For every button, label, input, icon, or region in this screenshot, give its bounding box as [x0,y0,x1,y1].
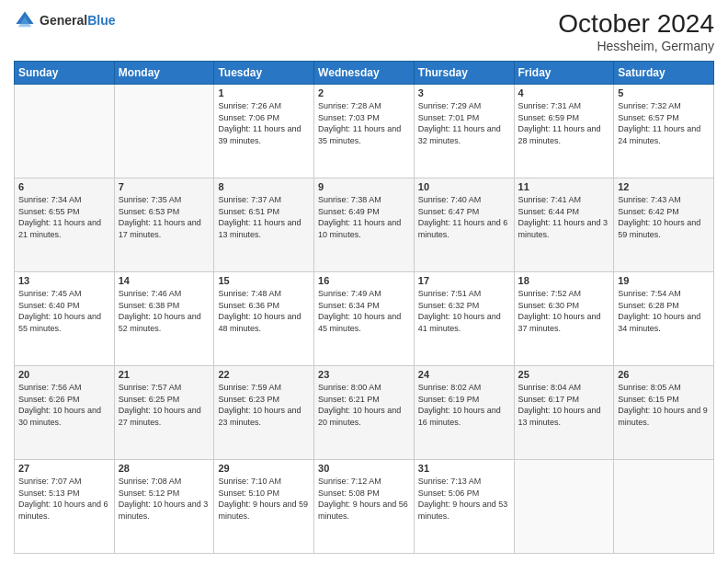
day-number: 15 [218,275,310,286]
calendar-cell-w1-d6: 4Sunrise: 7:31 AMSunset: 6:59 PMDaylight… [514,85,614,178]
day-number: 26 [618,369,710,380]
day-info: Sunrise: 7:59 AMSunset: 6:23 PMDaylight:… [218,382,310,428]
logo-general: General [40,13,87,28]
col-wednesday: Wednesday [314,62,415,85]
day-number: 25 [518,369,610,380]
calendar-cell-w4-d6: 25Sunrise: 8:04 AMSunset: 6:17 PMDayligh… [514,366,614,460]
day-number: 21 [119,369,210,380]
day-info: Sunrise: 7:41 AMSunset: 6:44 PMDaylight:… [518,194,610,240]
calendar-cell-w4-d1: 20Sunrise: 7:56 AMSunset: 6:26 PMDayligh… [15,366,115,460]
page-header: GeneralBlue October 2024 Hessheim, Germa… [14,9,714,53]
day-number: 18 [518,275,610,286]
calendar-cell-w1-d7: 5Sunrise: 7:32 AMSunset: 6:57 PMDaylight… [614,85,714,178]
day-number: 12 [618,181,710,192]
day-number: 5 [618,87,710,98]
calendar-cell-w2-d6: 11Sunrise: 7:41 AMSunset: 6:44 PMDayligh… [514,178,614,272]
day-number: 16 [318,275,410,286]
calendar-cell-w3-d1: 13Sunrise: 7:45 AMSunset: 6:40 PMDayligh… [15,272,115,366]
calendar-cell-w5-d1: 27Sunrise: 7:07 AMSunset: 5:13 PMDayligh… [15,460,115,554]
calendar-cell-w2-d5: 10Sunrise: 7:40 AMSunset: 6:47 PMDayligh… [414,178,514,272]
calendar-cell-w5-d4: 30Sunrise: 7:12 AMSunset: 5:08 PMDayligh… [314,460,415,554]
day-info: Sunrise: 7:40 AMSunset: 6:47 PMDaylight:… [418,194,510,240]
calendar-cell-w3-d4: 16Sunrise: 7:49 AMSunset: 6:34 PMDayligh… [314,272,415,366]
day-info: Sunrise: 7:31 AMSunset: 6:59 PMDaylight:… [518,100,610,146]
day-number: 7 [119,181,210,192]
calendar-cell-w1-d2 [114,85,214,178]
day-info: Sunrise: 7:56 AMSunset: 6:26 PMDaylight:… [18,382,110,428]
calendar-cell-w2-d7: 12Sunrise: 7:43 AMSunset: 6:42 PMDayligh… [614,178,714,272]
day-info: Sunrise: 7:34 AMSunset: 6:55 PMDaylight:… [18,194,110,240]
calendar-table: Sunday Monday Tuesday Wednesday Thursday… [14,61,714,554]
day-number: 2 [318,87,410,98]
week-row-4: 20Sunrise: 7:56 AMSunset: 6:26 PMDayligh… [15,366,714,460]
day-info: Sunrise: 7:07 AMSunset: 5:13 PMDaylight:… [18,476,110,522]
calendar-cell-w2-d3: 8Sunrise: 7:37 AMSunset: 6:51 PMDaylight… [214,178,314,272]
calendar-cell-w2-d2: 7Sunrise: 7:35 AMSunset: 6:53 PMDaylight… [114,178,214,272]
day-info: Sunrise: 7:45 AMSunset: 6:40 PMDaylight:… [18,288,110,334]
logo: GeneralBlue [14,9,115,31]
week-row-1: 1Sunrise: 7:26 AMSunset: 7:06 PMDaylight… [15,85,714,178]
calendar-cell-w3-d3: 15Sunrise: 7:48 AMSunset: 6:36 PMDayligh… [214,272,314,366]
day-number: 11 [518,181,610,192]
day-number: 13 [18,275,110,286]
calendar-cell-w4-d2: 21Sunrise: 7:57 AMSunset: 6:25 PMDayligh… [114,366,214,460]
calendar-cell-w2-d1: 6Sunrise: 7:34 AMSunset: 6:55 PMDaylight… [15,178,115,272]
logo-blue: Blue [87,13,115,28]
day-number: 6 [18,181,110,192]
day-info: Sunrise: 7:13 AMSunset: 5:06 PMDaylight:… [418,476,510,522]
day-number: 30 [318,463,410,474]
calendar-cell-w3-d6: 18Sunrise: 7:52 AMSunset: 6:30 PMDayligh… [514,272,614,366]
col-thursday: Thursday [414,62,514,85]
location: Hessheim, Germany [558,39,714,53]
calendar-cell-w3-d7: 19Sunrise: 7:54 AMSunset: 6:28 PMDayligh… [614,272,714,366]
calendar-cell-w5-d7 [614,460,714,554]
day-info: Sunrise: 7:28 AMSunset: 7:03 PMDaylight:… [318,100,410,146]
day-info: Sunrise: 7:46 AMSunset: 6:38 PMDaylight:… [119,288,210,334]
col-sunday: Sunday [15,62,115,85]
calendar-cell-w2-d4: 9Sunrise: 7:38 AMSunset: 6:49 PMDaylight… [314,178,415,272]
day-number: 10 [418,181,510,192]
day-info: Sunrise: 7:51 AMSunset: 6:32 PMDaylight:… [418,288,510,334]
day-number: 22 [218,369,310,380]
day-number: 9 [318,181,410,192]
day-info: Sunrise: 7:08 AMSunset: 5:12 PMDaylight:… [119,476,210,522]
calendar-cell-w4-d4: 23Sunrise: 8:00 AMSunset: 6:21 PMDayligh… [314,366,415,460]
day-info: Sunrise: 8:02 AMSunset: 6:19 PMDaylight:… [418,382,510,428]
day-number: 3 [418,87,510,98]
calendar-cell-w4-d3: 22Sunrise: 7:59 AMSunset: 6:23 PMDayligh… [214,366,314,460]
day-info: Sunrise: 7:48 AMSunset: 6:36 PMDaylight:… [218,288,310,334]
day-number: 14 [119,275,210,286]
day-number: 23 [318,369,410,380]
col-monday: Monday [114,62,214,85]
day-number: 4 [518,87,610,98]
day-info: Sunrise: 7:49 AMSunset: 6:34 PMDaylight:… [318,288,410,334]
day-info: Sunrise: 7:35 AMSunset: 6:53 PMDaylight:… [119,194,210,240]
calendar-cell-w1-d1 [15,85,115,178]
week-row-2: 6Sunrise: 7:34 AMSunset: 6:55 PMDaylight… [15,178,714,272]
day-number: 27 [18,463,110,474]
title-block: October 2024 Hessheim, Germany [558,9,714,53]
calendar-cell-w4-d5: 24Sunrise: 8:02 AMSunset: 6:19 PMDayligh… [414,366,514,460]
calendar-cell-w3-d2: 14Sunrise: 7:46 AMSunset: 6:38 PMDayligh… [114,272,214,366]
calendar-cell-w1-d5: 3Sunrise: 7:29 AMSunset: 7:01 PMDaylight… [414,85,514,178]
day-number: 17 [418,275,510,286]
day-number: 24 [418,369,510,380]
day-number: 29 [218,463,310,474]
week-row-3: 13Sunrise: 7:45 AMSunset: 6:40 PMDayligh… [15,272,714,366]
day-info: Sunrise: 8:04 AMSunset: 6:17 PMDaylight:… [518,382,610,428]
col-friday: Friday [514,62,614,85]
day-number: 1 [218,87,310,98]
calendar-cell-w1-d3: 1Sunrise: 7:26 AMSunset: 7:06 PMDaylight… [214,85,314,178]
day-info: Sunrise: 7:37 AMSunset: 6:51 PMDaylight:… [218,194,310,240]
day-number: 31 [418,463,510,474]
day-info: Sunrise: 8:00 AMSunset: 6:21 PMDaylight:… [318,382,410,428]
day-info: Sunrise: 7:29 AMSunset: 7:01 PMDaylight:… [418,100,510,146]
calendar-cell-w5-d6 [514,460,614,554]
day-info: Sunrise: 7:26 AMSunset: 7:06 PMDaylight:… [218,100,310,146]
week-row-5: 27Sunrise: 7:07 AMSunset: 5:13 PMDayligh… [15,460,714,554]
calendar-cell-w5-d2: 28Sunrise: 7:08 AMSunset: 5:12 PMDayligh… [114,460,214,554]
day-info: Sunrise: 7:54 AMSunset: 6:28 PMDaylight:… [618,288,710,334]
day-number: 19 [618,275,710,286]
month-title: October 2024 [558,9,714,39]
logo-icon [14,9,36,31]
